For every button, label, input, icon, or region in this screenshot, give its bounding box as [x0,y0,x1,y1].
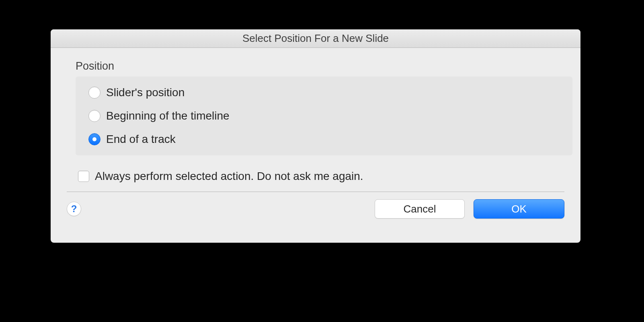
checkbox-icon [78,171,89,182]
radio-selected-dot-icon [92,137,96,141]
titlebar: Select Position For a New Slide [51,29,580,48]
dialog-title: Select Position For a New Slide [242,32,389,45]
radio-option-sliders-position[interactable]: Slider's position [88,86,560,99]
radio-button-icon [88,110,100,122]
radio-option-end-of-track[interactable]: End of a track [88,133,560,146]
radio-button-icon [88,133,100,145]
radio-label: End of a track [106,133,176,146]
cancel-button[interactable]: Cancel [375,199,465,219]
dialog-content: Position Slider's position Beginning of … [51,48,580,183]
dialog-select-position: Select Position For a New Slide Position… [51,29,580,243]
position-section-label: Position [76,60,564,72]
dialog-footer: ? Cancel OK [51,192,580,219]
help-button[interactable]: ? [67,202,81,216]
radio-option-beginning-of-timeline[interactable]: Beginning of the timeline [88,109,560,122]
position-radio-group: Slider's position Beginning of the timel… [76,76,572,155]
radio-button-icon [88,87,100,99]
ok-button[interactable]: OK [474,199,564,219]
radio-label: Beginning of the timeline [106,109,230,122]
checkbox-label: Always perform selected action. Do not a… [95,170,363,183]
checkbox-always-perform[interactable]: Always perform selected action. Do not a… [78,170,564,183]
help-icon: ? [71,203,77,215]
radio-label: Slider's position [106,86,185,99]
